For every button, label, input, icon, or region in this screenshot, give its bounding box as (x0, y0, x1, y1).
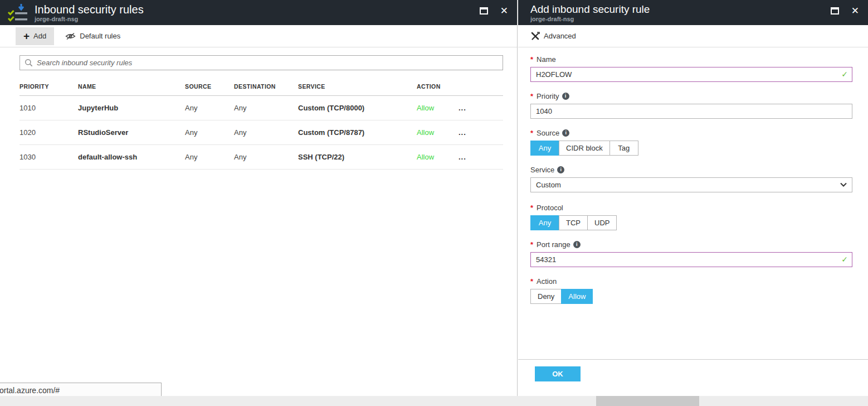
col-action: ACTION (417, 83, 454, 90)
blade-header: Add inbound security rule jorge-draft-ns… (518, 0, 868, 25)
row-menu-button[interactable]: ... (454, 104, 503, 112)
dialog-title: Add inbound security rule (530, 2, 650, 16)
close-icon[interactable]: ✕ (500, 6, 508, 16)
cell-destination: Any (234, 104, 298, 112)
info-icon[interactable]: i (562, 93, 569, 100)
cell-name: default-allow-ssh (78, 153, 185, 161)
action-option-deny[interactable]: Deny (530, 289, 562, 304)
close-icon[interactable]: ✕ (851, 6, 859, 16)
cell-action: Allow (417, 153, 454, 161)
col-source: SOURCE (185, 83, 234, 90)
source-option-any[interactable]: Any (530, 141, 559, 156)
tools-icon (530, 32, 540, 41)
page-subtitle: jorge-draft-nsg (35, 16, 144, 22)
table-row[interactable]: 1020 RStudioServer Any Any Custom (TCP/8… (19, 120, 503, 145)
required-asterisk: * (530, 92, 533, 100)
cell-action: Allow (417, 128, 454, 137)
cell-name: JupyterHub (78, 104, 185, 112)
dialog-footer: OK (518, 359, 868, 396)
ok-button[interactable]: OK (535, 366, 581, 381)
action-option-allow[interactable]: Allow (561, 289, 593, 304)
table-row[interactable]: 1010 JupyterHub Any Any Custom (TCP/8000… (19, 96, 503, 120)
row-menu-button[interactable]: ... (454, 153, 503, 161)
name-field[interactable] (530, 67, 852, 82)
cell-destination: Any (234, 153, 298, 161)
required-asterisk: * (530, 204, 533, 212)
horizontal-scrollbar-track[interactable] (0, 396, 868, 406)
cell-destination: Any (234, 128, 298, 137)
advanced-button[interactable]: Advanced (530, 27, 584, 45)
cell-service: Custom (TCP/8000) (298, 104, 417, 112)
info-icon[interactable]: i (557, 166, 564, 173)
cell-service: SSH (TCP/22) (298, 153, 417, 161)
rules-toolbar: + Add Default rules (0, 25, 517, 47)
blade-header: Inbound security rules jorge-draft-nsg ✕ (0, 0, 517, 25)
cell-source: Any (185, 104, 234, 112)
port-range-label: * Port range i (530, 240, 852, 249)
required-asterisk: * (530, 55, 533, 64)
source-toggle-group: Any CIDR block Tag (530, 141, 852, 156)
inbound-rules-icon (7, 2, 30, 23)
cell-source: Any (185, 128, 234, 137)
azure-portal-page: Inbound security rules jorge-draft-nsg ✕… (0, 0, 868, 406)
protocol-option-any[interactable]: Any (530, 215, 559, 230)
required-asterisk: * (530, 277, 533, 286)
horizontal-scrollbar-thumb[interactable] (596, 396, 699, 406)
protocol-toggle-group: Any TCP UDP (530, 215, 852, 230)
plus-icon: + (23, 31, 30, 41)
maximize-icon[interactable] (831, 7, 839, 14)
cell-service: Custom (TCP/8787) (298, 128, 417, 137)
col-service: SERVICE (298, 83, 417, 90)
cell-action: Allow (417, 104, 454, 112)
priority-field[interactable] (530, 104, 852, 119)
row-menu-button[interactable]: ... (454, 128, 503, 137)
cell-name: RStudioServer (78, 128, 185, 137)
add-rule-form: * Name ✓ * Priority i (518, 47, 868, 304)
required-asterisk: * (530, 240, 533, 249)
search-box[interactable] (19, 55, 503, 70)
table-row[interactable]: 1030 default-allow-ssh Any Any SSH (TCP/… (19, 145, 503, 170)
source-label: * Source i (530, 129, 852, 137)
priority-label: * Priority i (530, 92, 852, 100)
dialog-subtitle: jorge-draft-nsg (530, 16, 650, 22)
action-toggle-group: Deny Allow (530, 289, 852, 304)
default-rules-label: Default rules (80, 32, 120, 40)
page-title: Inbound security rules (35, 2, 144, 16)
add-button-label: Add (33, 32, 46, 40)
service-label: Service i (530, 166, 852, 174)
required-asterisk: * (530, 129, 533, 137)
default-rules-button[interactable]: Default rules (57, 27, 128, 45)
add-inbound-rule-blade: Add inbound security rule jorge-draft-ns… (518, 0, 868, 396)
info-icon[interactable]: i (573, 241, 581, 248)
action-label: * Action (530, 277, 852, 286)
cell-priority: 1010 (19, 104, 78, 112)
eye-slash-icon (65, 32, 76, 40)
cell-source: Any (185, 153, 234, 161)
add-rule-button[interactable]: + Add (16, 27, 54, 45)
protocol-option-udp[interactable]: UDP (587, 215, 617, 230)
inbound-security-rules-blade: Inbound security rules jorge-draft-nsg ✕… (0, 0, 518, 396)
cell-priority: 1020 (19, 128, 78, 137)
source-option-cidr-block[interactable]: CIDR block (559, 141, 610, 156)
advanced-label: Advanced (544, 32, 576, 40)
table-header-row: PRIORITY NAME SOURCE DESTINATION SERVICE… (19, 77, 503, 96)
service-select[interactable] (530, 177, 852, 192)
col-name: NAME (78, 83, 185, 90)
protocol-label: * Protocol (530, 204, 852, 212)
protocol-option-tcp[interactable]: TCP (559, 215, 588, 230)
add-rule-toolbar: Advanced (518, 25, 868, 47)
search-icon (25, 59, 33, 67)
info-icon[interactable]: i (562, 129, 569, 137)
rules-table: PRIORITY NAME SOURCE DESTINATION SERVICE… (19, 77, 503, 170)
cell-priority: 1030 (19, 153, 78, 161)
col-destination: DESTINATION (234, 83, 298, 90)
port-range-field[interactable] (530, 252, 852, 267)
maximize-icon[interactable] (480, 7, 488, 14)
search-input[interactable] (37, 59, 498, 67)
col-priority: PRIORITY (19, 83, 78, 90)
name-label: * Name (530, 55, 852, 64)
source-option-tag[interactable]: Tag (609, 141, 638, 156)
